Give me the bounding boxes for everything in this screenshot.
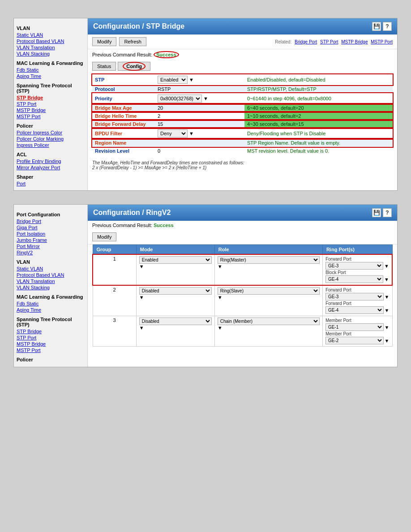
sidebar-link-mstp-port[interactable]: MSTP Port [17, 113, 85, 120]
sidebar-link2-bridge-port[interactable]: Bridge Port [17, 218, 85, 224]
sidebar-link-stp-bridge[interactable]: STP Bridge [17, 94, 85, 101]
sidebar-section-mac: MAC Learning & Forwarding Fdb Static Agi… [17, 60, 85, 79]
desc-stp: Enabled/Disabled, default=Disabled [244, 74, 393, 85]
select-fwd-port-ge3[interactable]: GE-3GE-1GE-2GE-4 [325, 262, 383, 270]
help-icon[interactable]: ? [383, 22, 392, 31]
save-icon[interactable]: 💾 [372, 22, 381, 31]
table-row-priority: Priority 0x8000(32768) ▼ 0~61440 in step… [92, 93, 393, 104]
sidebar-link2-vlan-translation[interactable]: VLAN Translation [17, 278, 85, 284]
select-mode-1[interactable]: Enabled Disabled [139, 256, 212, 264]
select-mbr-port-ge2[interactable]: GE-2GE-1GE-3GE-4 [325, 337, 384, 344]
ring-role-2[interactable]: Ring(Slave) Ring(Master) Chain (Member) … [214, 285, 322, 316]
value-priority[interactable]: 0x8000(32768) ▼ [155, 93, 244, 104]
sidebar-link2-giga-port[interactable]: Giga Port [17, 224, 85, 231]
ring-mode-2[interactable]: Disabled Enabled ▼ [136, 285, 214, 316]
sidebar-link-policer-color[interactable]: Policer Color Marking [17, 136, 85, 142]
sidebar-link2-port-mirror[interactable]: Port Mirror [17, 243, 85, 249]
sidebar-link-aging-time[interactable]: Aging Time [17, 73, 85, 79]
tab-status[interactable]: Status [92, 62, 116, 71]
sidebar-link2-protocol-vlan[interactable]: Protocol Based VLAN [17, 272, 85, 278]
sidebar-section-port-config: Port Configuration Bridge Port Giga Port… [17, 212, 85, 256]
status-bar-ringv2: Previous Command Result: Success [88, 221, 397, 230]
ring-table-header: Group Mode Role Ring Port(s) [93, 245, 392, 255]
tab-config[interactable]: Config [118, 62, 150, 71]
help-icon-ringv2[interactable]: ? [383, 208, 392, 217]
table-row-fwd: Bridge Forward Delay 15 4~30 seconds, de… [92, 120, 393, 128]
refresh-button[interactable]: Refresh [119, 37, 146, 46]
sidebar-link2-stp-port[interactable]: STP Port [17, 335, 85, 341]
sidebar-link-mstp-bridge[interactable]: MSTP Bridge [17, 107, 85, 113]
ring-ports-2: Forward Port GE-3GE-1GE-2GE-4 ▼ Forward … [322, 285, 392, 316]
related-stp-port[interactable]: STP Port [320, 39, 338, 44]
sidebar-link2-vlan-stacking[interactable]: VLAN Stacking [17, 284, 85, 291]
select-mode-2[interactable]: Disabled Enabled [139, 287, 212, 295]
select-role-3[interactable]: Chain (Member) Ring(Master) Ring(Slave) [218, 317, 320, 325]
config-header-stp: Configuration / STP Bridge 💾 ? [88, 18, 397, 34]
header-icons-stp: 💾 ? [372, 22, 392, 31]
ring-mode-3[interactable]: Disabled Enabled ▼ [136, 316, 214, 347]
sidebar-link2-aging-time[interactable]: Aging Time [17, 307, 85, 313]
ring-role-1[interactable]: Ring(Master) Ring(Slave) Chain (Member) … [214, 254, 322, 285]
sidebar-section-policer: Policer Policer Ingress Color Policer Co… [17, 123, 85, 148]
ring-row-3: 3 Disabled Enabled ▼ Chain (Member) Ri [93, 316, 392, 347]
ring-row-1: 1 Enabled Disabled ▼ Ring(Master) Ring [93, 254, 392, 285]
sidebar-link-ingress-policer[interactable]: Ingress Policer [17, 142, 85, 148]
modify-button-ringv2[interactable]: Modify [92, 232, 116, 241]
sidebar-link2-port-isolation[interactable]: Port Isolation [17, 231, 85, 237]
table-row-stp: STP Enabled Disabled ▼ Enabled/Disabled,… [92, 74, 393, 85]
stp-config-table: STP Enabled Disabled ▼ Enabled/Disabled,… [92, 74, 393, 155]
sidebar-link-shaper-port[interactable]: Port [17, 180, 85, 187]
select-blk-port-ge4[interactable]: GE-4GE-1GE-2GE-3 [325, 275, 383, 283]
select-bpdu[interactable]: Deny Flooding [158, 129, 188, 137]
related-mstp-bridge[interactable]: MSTP Bridge [341, 39, 368, 44]
ring-ports-3: Member Port GE-1GE-2GE-3GE-4 ▼ Member Po… [322, 316, 392, 347]
value-hello: 2 [155, 112, 244, 120]
sidebar-link2-static-vlan[interactable]: Static VLAN [17, 266, 85, 272]
sidebar-link-stp-port[interactable]: STP Port [17, 101, 85, 107]
sidebar-title-policer: Policer [17, 123, 85, 129]
select-role-2[interactable]: Ring(Slave) Ring(Master) Chain (Member) [218, 287, 320, 295]
sidebar-link-fdb-static[interactable]: Fdb Static [17, 67, 85, 73]
label-bpdu: BPDU Filter [92, 128, 155, 139]
sidebar-link2-mstp-bridge[interactable]: MSTP Bridge [17, 341, 85, 347]
value-bpdu[interactable]: Deny Flooding ▼ [155, 128, 244, 139]
sidebar-link-vlan-translation[interactable]: VLAN Translation [17, 44, 85, 51]
sidebar-link-vlan-stacking[interactable]: VLAN Stacking [17, 51, 85, 57]
toolbar-stp: Modify Refresh Related: Bridge Port STP … [88, 34, 397, 49]
sidebar-link2-ringv2[interactable]: RingV2 [17, 249, 85, 256]
select-mbr-port-ge1[interactable]: GE-1GE-2GE-3GE-4 [325, 323, 384, 331]
table-row-bpdu: BPDU Filter Deny Flooding ▼ Deny/Floodin… [92, 128, 393, 139]
desc-hello: 1~10 seconds, default=2 [244, 112, 393, 120]
sidebar-link-mirror-analyzer[interactable]: Mirror Analyzer Port [17, 164, 85, 171]
related-mstp-port[interactable]: MSTP Port [371, 39, 393, 44]
sidebar-link-policer-ingress[interactable]: Policer Ingress Color [17, 129, 85, 136]
config-title-ringv2: Configuration / RingV2 [93, 209, 171, 217]
sidebar-link2-jumbo-frame[interactable]: Jumbo Frame [17, 237, 85, 243]
sidebar-title2-vlan: VLAN [17, 259, 85, 265]
select-role-1[interactable]: Ring(Master) Ring(Slave) Chain (Member) [218, 256, 320, 264]
modify-button[interactable]: Modify [92, 37, 116, 46]
ring-role-3[interactable]: Chain (Member) Ring(Master) Ring(Slave) … [214, 316, 322, 347]
sidebar-title2-stp: Spanning Tree Protocol (STP) [17, 317, 85, 327]
select-mode-3[interactable]: Disabled Enabled [139, 317, 212, 325]
table-row-revision: Revision Level 0 MST revision level. Def… [92, 147, 393, 155]
select-fwd-port2-ge3[interactable]: GE-3GE-1GE-2GE-4 [325, 293, 384, 300]
sidebar-link2-stp-bridge[interactable]: STP Bridge [17, 328, 85, 335]
select-fwd-port2-ge4[interactable]: GE-4GE-1GE-2GE-3 [325, 306, 384, 314]
sidebar-link-profile-entry[interactable]: Profile Entry Binding [17, 158, 85, 164]
sidebar-link2-mstp-port[interactable]: MSTP Port [17, 347, 85, 353]
sidebar-link-protocol-vlan[interactable]: Protocol Based VLAN [17, 38, 85, 44]
sidebar-section-vlan: VLAN Static VLAN Protocol Based VLAN VLA… [17, 26, 85, 57]
sidebar-link2-fdb-static[interactable]: Fdb Static [17, 300, 85, 307]
save-icon-ringv2[interactable]: 💾 [372, 208, 381, 217]
sidebar-link-static-vlan[interactable]: Static VLAN [17, 32, 85, 38]
desc-priority: 0~61440 in step 4096, default=0x8000 [244, 93, 393, 104]
select-stp[interactable]: Enabled Disabled [158, 76, 188, 84]
value-stp[interactable]: Enabled Disabled ▼ [155, 74, 244, 85]
select-priority[interactable]: 0x8000(32768) [158, 94, 202, 103]
sidebar-section2-vlan: VLAN Static VLAN Protocol Based VLAN VLA… [17, 259, 85, 291]
related-bridge-port[interactable]: Bridge Port [295, 39, 317, 44]
ring-mode-1[interactable]: Enabled Disabled ▼ [136, 254, 214, 285]
desc-maxage: 6~40 seconds, default=20 [244, 104, 393, 112]
sidebar-title-port-config: Port Configuration [17, 212, 85, 217]
